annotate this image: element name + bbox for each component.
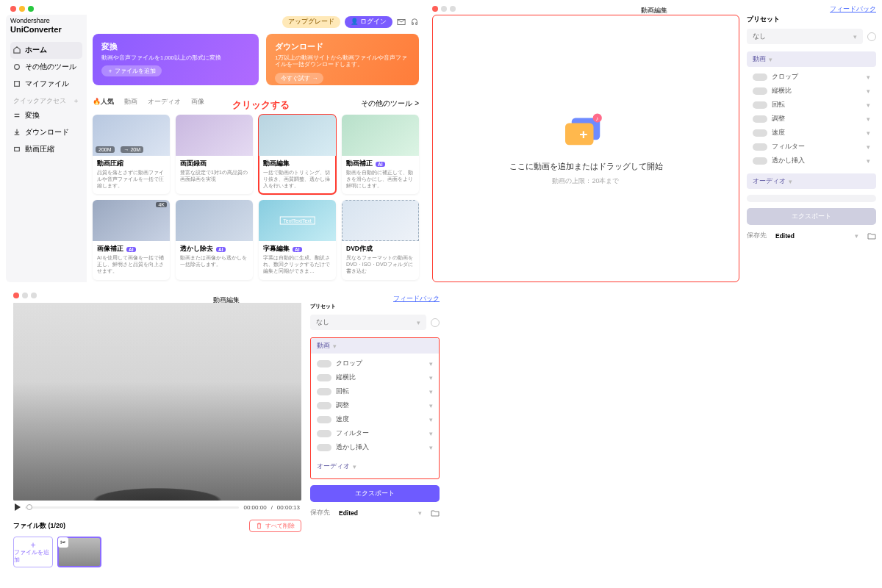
section-audio[interactable]: オーディオ ▾ bbox=[747, 173, 876, 189]
tab-video[interactable]: 動画 bbox=[124, 97, 137, 107]
chevron-down-icon: ▾ bbox=[867, 157, 870, 165]
video-option-row[interactable]: フィルター▾ bbox=[747, 140, 876, 154]
video-preview[interactable] bbox=[13, 303, 301, 501]
editor-empty-window: 動画編集 フィードバック + ♪ ここに動画を追加またはドラッグして開始 動画の… bbox=[432, 3, 876, 282]
video-option-row[interactable]: 縦横比▾ bbox=[311, 370, 439, 384]
folder-icon[interactable] bbox=[431, 509, 440, 517]
toggle[interactable] bbox=[753, 143, 767, 151]
tab-audio[interactable]: オーディオ bbox=[148, 97, 181, 107]
tool-card[interactable]: 200M→ 20M 動画圧縮 品質を落とさずに動画ファイルや音声ファイルを一括で… bbox=[93, 115, 170, 194]
nav-home[interactable]: ホーム bbox=[10, 42, 82, 59]
toggle[interactable] bbox=[753, 115, 767, 123]
feedback-link[interactable]: フィードバック bbox=[830, 5, 876, 14]
nav-other-tools[interactable]: その他のツール bbox=[10, 59, 82, 76]
video-option-row[interactable]: 縦横比▾ bbox=[747, 84, 876, 98]
chevron-down-icon: ▾ bbox=[429, 430, 433, 437]
preset-dropdown[interactable]: なし▾ bbox=[310, 315, 426, 330]
headset-icon[interactable] bbox=[410, 18, 419, 26]
nav-download[interactable]: ダウンロード bbox=[10, 124, 82, 141]
toggle[interactable] bbox=[317, 374, 331, 381]
option-label: 回転 bbox=[336, 387, 349, 396]
upgrade-button[interactable]: アップグレード bbox=[282, 16, 340, 28]
ai-badge: AI bbox=[376, 162, 385, 167]
file-thumbnail[interactable]: ✂ bbox=[57, 537, 101, 567]
toggle[interactable] bbox=[317, 444, 331, 451]
video-option-row[interactable]: 速度▾ bbox=[311, 412, 439, 426]
video-option-row[interactable]: 回転▾ bbox=[747, 98, 876, 112]
toggle[interactable] bbox=[317, 388, 331, 395]
mail-icon[interactable] bbox=[397, 18, 406, 26]
option-label: クロップ bbox=[336, 359, 362, 368]
video-option-row[interactable]: 透かし挿入▾ bbox=[311, 440, 439, 454]
save-label: 保存先 bbox=[310, 509, 330, 517]
drop-zone[interactable]: + ♪ ここに動画を追加またはドラッグして開始 動画の上限：20本まで bbox=[432, 15, 739, 282]
export-button[interactable]: エクスポート bbox=[310, 485, 440, 502]
video-option-row[interactable]: 調整▾ bbox=[747, 112, 876, 126]
option-label: 速度 bbox=[336, 415, 349, 424]
add-file-button[interactable]: ＋ファイルを追加 bbox=[13, 537, 53, 567]
tab-popular[interactable]: 🔥人気 bbox=[93, 97, 114, 107]
scissors-icon[interactable]: ✂ bbox=[58, 537, 68, 548]
more-tools-link[interactable]: その他のツール > bbox=[361, 98, 419, 109]
tool-card[interactable]: 画面録画 豊富な設定で1対1の高品質の画面録画を実現 bbox=[176, 115, 253, 194]
toggle[interactable] bbox=[753, 101, 767, 109]
tool-card[interactable]: DVD作成 異なるフォーマットの動画をDVD・ISO・DVDフォルダに書き込む bbox=[342, 200, 419, 279]
preset-extra-icon[interactable] bbox=[867, 32, 876, 41]
tool-card[interactable]: 透かし除去AI 動画または画像から透かしを一括除去します。 bbox=[176, 200, 253, 279]
video-option-row[interactable]: 透かし挿入▾ bbox=[747, 154, 876, 168]
home-icon bbox=[13, 46, 21, 54]
feedback-link[interactable]: フィードバック bbox=[393, 295, 440, 304]
toggle[interactable] bbox=[753, 157, 767, 165]
sidebar: WondershareUniConverter ホーム その他のツール マイファ… bbox=[6, 15, 87, 282]
nav-my-files[interactable]: マイファイル bbox=[10, 76, 82, 93]
download-icon bbox=[13, 129, 21, 136]
section-audio[interactable]: オーディオ ▾ bbox=[311, 459, 439, 474]
brand: WondershareUniConverter bbox=[10, 18, 82, 35]
card-desc: 動画または画像から透かしを一括除去します。 bbox=[180, 255, 248, 268]
toggle[interactable] bbox=[317, 430, 331, 437]
chevron-down-icon: ▾ bbox=[853, 33, 857, 40]
file-count: ファイル数 (1/20) bbox=[13, 521, 65, 531]
hero-download-try-button[interactable]: 今すぐ試す → bbox=[275, 73, 323, 84]
window-controls[interactable] bbox=[10, 6, 34, 12]
save-path-dropdown[interactable]: Edited▾ bbox=[771, 231, 863, 241]
tool-card[interactable]: 動画編集 一括で動画のトリミング、切り抜き、画質調整、透かし挿入を行います。 bbox=[259, 115, 336, 194]
delete-all-button[interactable]: すべて削除 bbox=[249, 520, 301, 532]
hero-download[interactable]: ダウンロード 1万以上の動画サイトから動画ファイルや音声ファイルを一括ダウンロー… bbox=[266, 34, 419, 85]
nav-compress[interactable]: 動画圧縮 bbox=[10, 141, 82, 158]
preset-extra-icon[interactable] bbox=[431, 318, 440, 327]
toggle[interactable] bbox=[753, 87, 767, 95]
chevron-down-icon: ▾ bbox=[867, 115, 870, 123]
video-option-row[interactable]: フィルター▾ bbox=[311, 426, 439, 440]
video-option-row[interactable]: 調整▾ bbox=[311, 398, 439, 412]
video-option-row[interactable]: 回転▾ bbox=[311, 384, 439, 398]
login-button[interactable]: 👤 ログイン bbox=[345, 16, 392, 28]
ai-badge: AI bbox=[126, 247, 136, 252]
save-path-dropdown[interactable]: Edited▾ bbox=[334, 508, 426, 518]
preset-dropdown[interactable]: なし▾ bbox=[747, 29, 863, 44]
hero-convert[interactable]: 変換 動画や音声ファイルを1,000以上の形式に変換 ＋ ファイルを追加 bbox=[93, 34, 259, 85]
scrubber[interactable] bbox=[25, 506, 239, 509]
hero-convert-add-button[interactable]: ＋ ファイルを追加 bbox=[101, 65, 162, 76]
quick-access-add-icon[interactable]: ＋ bbox=[73, 97, 79, 106]
video-option-row[interactable]: 速度▾ bbox=[747, 126, 876, 140]
tool-card[interactable]: TextTextText 字幕編集AI 字幕は自動的に生成、翻訳され、数回クリッ… bbox=[259, 200, 336, 279]
video-option-row[interactable]: クロップ▾ bbox=[747, 70, 876, 84]
section-video[interactable]: 動画 ▾ bbox=[311, 338, 439, 354]
tool-card[interactable]: 4K 画像補正AI AIを使用して画像を一括で補正し、鮮明さと品質を向上させます… bbox=[93, 200, 170, 279]
card-thumb bbox=[342, 200, 419, 241]
play-button[interactable] bbox=[15, 503, 21, 511]
card-desc: 一括で動画のトリミング、切り抜き、画質調整、透かし挿入を行います。 bbox=[263, 170, 331, 189]
toggle[interactable] bbox=[317, 402, 331, 409]
tab-image[interactable]: 画像 bbox=[191, 97, 204, 107]
folder-icon[interactable] bbox=[867, 232, 876, 240]
tool-card[interactable]: 動画補正AI 動画を自動的に補正して、動きを滑らかにし、画面をより鮮明にします。 bbox=[342, 115, 419, 194]
toggle[interactable] bbox=[753, 74, 767, 81]
card-desc: 異なるフォーマットの動画をDVD・ISO・DVDフォルダに書き込む bbox=[346, 255, 415, 274]
toggle[interactable] bbox=[317, 416, 331, 423]
toggle[interactable] bbox=[753, 129, 767, 137]
section-video[interactable]: 動画 ▾ bbox=[747, 51, 876, 67]
video-option-row[interactable]: クロップ▾ bbox=[311, 356, 439, 370]
nav-convert[interactable]: 変換 bbox=[10, 107, 82, 124]
toggle[interactable] bbox=[317, 360, 331, 368]
